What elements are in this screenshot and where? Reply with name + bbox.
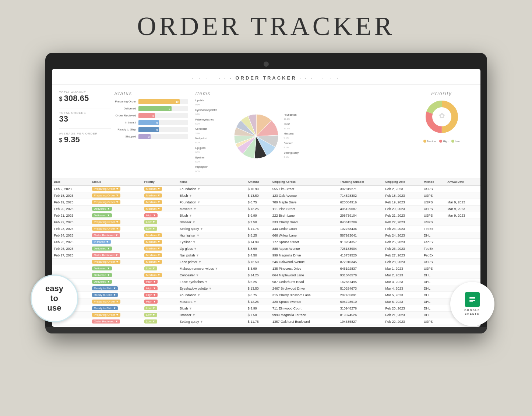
- priority-pill[interactable]: Medium ▼: [144, 233, 162, 237]
- status-title: Status: [114, 91, 188, 96]
- cell-item: Eyeliner ▼: [177, 239, 246, 245]
- cell-address: 864 Maplewood Lane: [270, 272, 338, 279]
- cell-arrival: [445, 232, 480, 239]
- priority-pill[interactable]: Medium ▼: [144, 273, 162, 277]
- cell-ship-date: Feb 28, 2023: [383, 259, 422, 265]
- status-bar-label: Order Recieved: [114, 114, 138, 118]
- cell-date: [52, 259, 90, 265]
- priority-pill[interactable]: Medium ▼: [144, 193, 162, 197]
- cell-address: 135 Pinecrest Drive: [270, 265, 338, 272]
- total-amount-value: 308.65: [59, 94, 111, 103]
- table-row: Feb 23, 2023 Preparing Order ▼ Low ▼ Set…: [52, 226, 480, 232]
- priority-pill[interactable]: Low ▼: [144, 220, 157, 224]
- cell-amount: $ 5.25: [246, 232, 270, 239]
- status-pill[interactable]: Ready to Ship ▼: [92, 286, 118, 290]
- cell-address: 9999 Magnolia Terrace: [270, 312, 338, 318]
- table-row: Feb 24, 2023 Order Recieved ▼ Medium ▼ H…: [52, 232, 480, 239]
- cell-priority: High ▼: [142, 279, 177, 285]
- status-pill[interactable]: Preparing Order ▼: [92, 227, 121, 231]
- status-pill[interactable]: Preparing Order ▼: [92, 300, 121, 304]
- status-pill[interactable]: Ready to Ship ▼: [92, 306, 118, 310]
- priority-pill[interactable]: Low ▼: [144, 227, 157, 231]
- cell-method: USPS: [422, 199, 445, 206]
- status-pill[interactable]: Order Recieved ▼: [92, 319, 120, 324]
- status-pill[interactable]: Order Recieved ▼: [92, 233, 120, 237]
- cell-item: Lip gloss ▼: [177, 245, 246, 252]
- cell-address: 444 Cedar Court: [270, 226, 338, 232]
- priority-pill[interactable]: Medium ▼: [144, 253, 162, 257]
- priority-pill[interactable]: Medium ▼: [144, 200, 162, 204]
- status-pill[interactable]: Preparing Order ▼: [92, 313, 121, 317]
- priority-pill[interactable]: High ▼: [144, 286, 158, 290]
- table-row: Feb 21, 2023 Delivered ▼ High ▼ Blush ▼ …: [52, 212, 480, 219]
- pie-labels-right: Foundation12.1%Blush12.1%Mascara9.1%Bron…: [284, 113, 317, 160]
- priority-pill[interactable]: Medium ▼: [144, 240, 162, 244]
- status-pill[interactable]: Delivered ▼: [92, 207, 112, 211]
- status-pill[interactable]: Delivered ▼: [92, 280, 112, 284]
- priority-pill[interactable]: High ▼: [144, 280, 158, 284]
- cell-address: 711 Elmwood Court: [270, 305, 338, 312]
- decorative-dots: · · ·: [192, 75, 210, 81]
- status-pill[interactable]: Ready to Ship ▼: [92, 293, 118, 297]
- cell-amount: $ 3.99: [246, 265, 270, 272]
- cell-method: USPS: [422, 259, 445, 265]
- status-pill[interactable]: Preparing Order ▼: [92, 220, 121, 224]
- priority-pill[interactable]: Medium ▼: [144, 207, 162, 211]
- cell-method: DHL: [422, 305, 445, 312]
- legend-label: Low: [455, 140, 460, 143]
- status-pill[interactable]: Delivered ▼: [92, 266, 112, 270]
- cell-date: Feb 19, 2023: [52, 199, 90, 206]
- cell-status: Preparing Order ▼: [90, 226, 142, 232]
- priority-pill[interactable]: Medium ▼: [144, 187, 162, 191]
- table-row: Feb 26, 2023 Delivered ▼ Medium ▼ Lip gl…: [52, 245, 480, 252]
- status-pill[interactable]: In transit ▼: [92, 240, 111, 244]
- cell-amount: $ 4.50: [246, 252, 270, 259]
- cell-tracking: 194635827: [338, 318, 383, 325]
- cell-amount: $ 12.25: [246, 206, 270, 212]
- pie-label-left: Concealer3.0%: [195, 127, 229, 135]
- cell-date: Feb 20, 2023: [52, 206, 90, 212]
- table-header-cell: Status: [90, 178, 142, 186]
- status-pill[interactable]: Preparing Order ▼: [92, 187, 121, 191]
- priority-pill[interactable]: Low ▼: [144, 313, 157, 317]
- status-pill[interactable]: Preparing Order ▼: [92, 193, 121, 197]
- cell-status: Delivered ▼: [90, 279, 142, 285]
- priority-pill[interactable]: High ▼: [144, 293, 158, 297]
- cell-item: Bronzer ▼: [177, 312, 246, 318]
- status-bar-fill: 3: [138, 134, 151, 139]
- cell-item: Blush ▼: [177, 212, 246, 219]
- google-sheets-icon: [465, 292, 480, 307]
- status-bar-track: 3: [138, 134, 188, 139]
- cell-tracking: 645192837: [338, 265, 383, 272]
- cell-priority: Medium ▼: [142, 192, 177, 199]
- status-pill[interactable]: Preparing Order ▼: [92, 260, 121, 264]
- priority-pill[interactable]: Low ▼: [144, 319, 157, 324]
- cell-date: Feb 22, 2023: [52, 219, 90, 226]
- priority-pill[interactable]: Medium ▼: [144, 247, 162, 251]
- table-container[interactable]: DateStatusPriorityItemsAmountShipping Ad…: [52, 178, 480, 326]
- priority-pill[interactable]: Low ▼: [144, 306, 157, 310]
- status-bar-row: In transit 5: [114, 120, 188, 125]
- priority-pill[interactable]: Medium ▼: [144, 260, 162, 264]
- cell-date: Feb 26, 2023: [52, 245, 90, 252]
- priority-pill[interactable]: Low ▼: [144, 266, 157, 270]
- cell-method: DHL: [422, 298, 445, 305]
- cell-tracking: 872910345: [338, 259, 383, 265]
- table-header-cell: Method: [422, 178, 445, 186]
- priority-legend-item: Low: [451, 140, 460, 143]
- status-pill[interactable]: Delivered ▼: [92, 273, 112, 277]
- pie-label-right: Blush12.1%: [284, 122, 317, 130]
- cell-arrival: [445, 272, 480, 279]
- cell-tracking: 102758436: [338, 226, 383, 232]
- cell-item: Foundation ▼: [177, 199, 246, 206]
- status-pill[interactable]: Delivered ▼: [92, 247, 112, 251]
- status-pill[interactable]: Delivered ▼: [92, 213, 112, 217]
- cell-status: In transit ▼: [90, 239, 142, 245]
- status-bar-fill: 4: [138, 113, 155, 118]
- priority-pill[interactable]: High ▼: [144, 213, 158, 217]
- legend-label: High: [443, 140, 448, 143]
- status-pill[interactable]: Order Recieved ▼: [92, 253, 120, 257]
- cell-method: DHL: [422, 292, 445, 298]
- priority-pill[interactable]: High ▼: [144, 300, 158, 304]
- status-pill[interactable]: Preparing Order ▼: [92, 200, 121, 204]
